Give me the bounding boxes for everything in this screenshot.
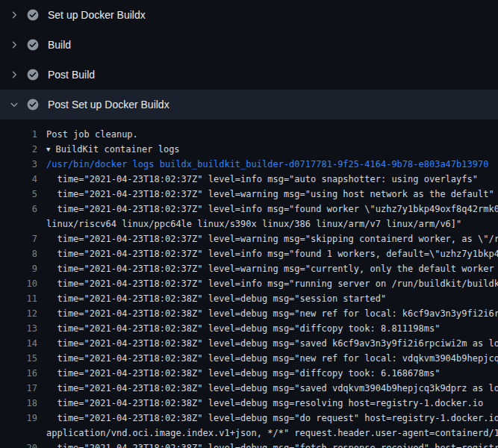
log-line: application/vnd.oci.image.index.v1+json,… [0, 426, 498, 441]
log-line-text: time="2021-04-23T18:02:38Z" level=debug … [37, 411, 498, 426]
log-line-number[interactable]: 16 [0, 366, 37, 381]
log-line-content: time="2021-04-23T18:02:38Z" level=debug … [46, 308, 498, 319]
log-line-number[interactable]: 20 [0, 441, 37, 448]
step-section-header-1[interactable]: Build [0, 30, 498, 60]
chevron-right-icon [9, 10, 19, 20]
log-line-text: time="2021-04-23T18:02:37Z" level=info m… [37, 172, 478, 187]
log-line: 19 time="2021-04-23T18:02:38Z" level=deb… [0, 411, 498, 426]
log-line: 15 time="2021-04-23T18:02:38Z" level=deb… [0, 351, 498, 366]
log-line: 5 time="2021-04-23T18:02:37Z" level=warn… [0, 187, 498, 202]
log-line: 18 time="2021-04-23T18:02:38Z" level=deb… [0, 396, 498, 411]
log-line-number[interactable] [0, 217, 37, 231]
log-line-number[interactable] [0, 426, 37, 441]
log-line-content: time="2021-04-23T18:02:38Z" level=debug … [46, 383, 498, 393]
log-line-content: Post job cleanup. [46, 129, 138, 140]
check-circle-icon [27, 39, 39, 51]
log-line-text: time="2021-04-23T18:02:38Z" level=debug … [37, 441, 498, 448]
log-command-line: 3 /usr/bin/docker logs buildx_buildkit_b… [0, 157, 498, 172]
log-line-content: time="2021-04-23T18:02:37Z" level=warnin… [46, 189, 494, 199]
log-line: 1 Post job cleanup. [0, 127, 498, 142]
log-line: 8 time="2021-04-23T18:02:37Z" level=info… [0, 246, 498, 261]
log-line-content: time="2021-04-23T18:02:37Z" level=warnin… [46, 264, 498, 274]
log-line-number[interactable]: 8 [0, 246, 37, 261]
log-line: 13 time="2021-04-23T18:02:38Z" level=deb… [0, 321, 498, 336]
log-line-number[interactable]: 10 [0, 276, 37, 291]
log-line: 4 time="2021-04-23T18:02:37Z" level=info… [0, 172, 498, 187]
log-line-number[interactable]: 15 [0, 351, 37, 366]
log-line-number[interactable]: 11 [0, 291, 37, 306]
step-title: Build [48, 39, 71, 51]
log-line-content: time="2021-04-23T18:02:38Z" level=debug … [46, 413, 498, 423]
log-line-text: Post job cleanup. [37, 127, 138, 142]
log-line-text: /usr/bin/docker logs buildx_buildkit_bui… [37, 157, 488, 172]
log-line: 10 time="2021-04-23T18:02:37Z" level=inf… [0, 276, 498, 291]
log-line-text: time="2021-04-23T18:02:38Z" level=debug … [37, 321, 440, 336]
group-toggle-icon: ▼ [46, 146, 50, 153]
log-line-content: time="2021-04-23T18:02:38Z" level=debug … [46, 338, 498, 349]
log-line-content: time="2021-04-23T18:02:38Z" level=debug … [46, 368, 440, 379]
log-line: 20 time="2021-04-23T18:02:38Z" level=deb… [0, 441, 498, 448]
log-line-content: application/vnd.oci.image.index.v1+json,… [46, 428, 498, 438]
log-line-content: linux/riscv64 linux/ppc64le linux/s390x … [46, 219, 461, 229]
log-line-number[interactable]: 3 [0, 157, 37, 172]
log-line: 7 time="2021-04-23T18:02:37Z" level=warn… [0, 231, 498, 246]
log-line-number[interactable]: 1 [0, 127, 37, 142]
log-line-text: time="2021-04-23T18:02:38Z" level=debug … [37, 381, 498, 396]
step-title: Post Set up Docker Buildx [48, 99, 169, 111]
log-line-number[interactable]: 19 [0, 411, 37, 426]
log-line-content: time="2021-04-23T18:02:38Z" level=debug … [46, 293, 386, 304]
step-section-header-0[interactable]: Set up Docker Buildx [0, 0, 498, 30]
log-line-text: time="2021-04-23T18:02:37Z" level=info m… [37, 276, 498, 291]
log-line-number[interactable]: 5 [0, 187, 37, 202]
check-circle-icon [27, 9, 39, 21]
log-line-text: time="2021-04-23T18:02:38Z" level=debug … [37, 291, 386, 306]
log-line-number[interactable]: 9 [0, 261, 37, 276]
log-line-text: time="2021-04-23T18:02:38Z" level=debug … [37, 336, 498, 351]
log-line: 16 time="2021-04-23T18:02:38Z" level=deb… [0, 366, 498, 381]
step-sections: Set up Docker Buildx Build Post Build Po… [0, 0, 498, 119]
log-line-number[interactable]: 18 [0, 396, 37, 411]
log-line: 12 time="2021-04-23T18:02:38Z" level=deb… [0, 306, 498, 321]
chevron-right-icon [9, 40, 19, 50]
log-line-text: time="2021-04-23T18:02:38Z" level=debug … [37, 306, 498, 321]
log-line-number[interactable]: 12 [0, 306, 37, 321]
log-line-content: time="2021-04-23T18:02:38Z" level=debug … [46, 353, 498, 364]
log-line: 14 time="2021-04-23T18:02:38Z" level=deb… [0, 336, 498, 351]
step-title: Set up Docker Buildx [48, 9, 146, 21]
log-line-content: BuildKit container logs [55, 144, 179, 155]
log-line-number[interactable]: 7 [0, 231, 37, 246]
log-line-text: time="2021-04-23T18:02:38Z" level=debug … [37, 366, 440, 381]
log-line-content: time="2021-04-23T18:02:37Z" level=info m… [46, 279, 498, 289]
log-line-text[interactable]: ▼BuildKit container logs [37, 142, 180, 157]
workflow-log-viewer: Set up Docker Buildx Build Post Build Po… [0, 0, 498, 448]
chevron-right-icon [9, 69, 19, 80]
log-line-content: time="2021-04-23T18:02:38Z" level=debug … [46, 443, 498, 448]
log-line: 6 time="2021-04-23T18:02:37Z" level=info… [0, 202, 498, 217]
log-line-number[interactable]: 4 [0, 172, 37, 187]
log-line-content: time="2021-04-23T18:02:37Z" level=info m… [46, 204, 498, 214]
log-line-number[interactable]: 14 [0, 336, 37, 351]
log-line-number[interactable]: 17 [0, 381, 37, 396]
log-line-text: time="2021-04-23T18:02:37Z" level=info m… [37, 246, 498, 261]
check-circle-icon [27, 69, 39, 81]
log-line-text: time="2021-04-23T18:02:38Z" level=debug … [37, 396, 483, 411]
step-section-header-3[interactable]: Post Set up Docker Buildx [0, 90, 498, 119]
log-line-text: application/vnd.oci.image.index.v1+json,… [37, 426, 498, 441]
step-section-header-2[interactable]: Post Build [0, 60, 498, 90]
log-line-text: time="2021-04-23T18:02:37Z" level=info m… [37, 202, 498, 217]
log-area: 1 Post job cleanup. 2 ▼BuildKit containe… [0, 119, 498, 448]
log-group-header: 2 ▼BuildKit container logs [0, 142, 498, 157]
log-line-number[interactable]: 2 [0, 142, 37, 157]
log-line: 17 time="2021-04-23T18:02:38Z" level=deb… [0, 381, 498, 396]
log-line: 11 time="2021-04-23T18:02:38Z" level=deb… [0, 291, 498, 306]
log-line-number[interactable]: 6 [0, 202, 37, 217]
log-line-text: time="2021-04-23T18:02:37Z" level=warnin… [37, 231, 498, 246]
log-line-number[interactable]: 13 [0, 321, 37, 336]
log-line-content: time="2021-04-23T18:02:38Z" level=debug … [46, 398, 483, 408]
log-line-text: time="2021-04-23T18:02:38Z" level=debug … [37, 351, 498, 366]
log-line-content: time="2021-04-23T18:02:37Z" level=info m… [46, 249, 498, 259]
log-line: linux/riscv64 linux/ppc64le linux/s390x … [0, 217, 498, 231]
log-line-text: time="2021-04-23T18:02:37Z" level=warnin… [37, 261, 498, 276]
log-line-content: time="2021-04-23T18:02:37Z" level=warnin… [46, 234, 498, 244]
check-circle-icon [27, 99, 39, 111]
